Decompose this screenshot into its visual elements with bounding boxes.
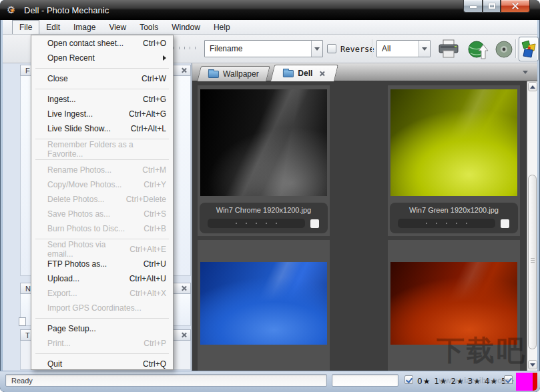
- chevron-down-icon[interactable]: [419, 41, 430, 57]
- reverse-label: Reverse: [340, 45, 374, 54]
- menu-file[interactable]: File: [12, 20, 39, 34]
- thumbnail-cell-chrome[interactable]: Win7 Chrome 1920x1200.jpg: [198, 85, 330, 236]
- menu-item-save-photos-as: Save Photos as...Ctrl+S: [31, 207, 173, 221]
- tab-label: Wallpaper: [223, 69, 259, 79]
- thumbnail-cell-blue[interactable]: [198, 240, 330, 371]
- grip-icon: [531, 258, 535, 259]
- tab-list-chevron-down-icon[interactable]: [523, 71, 528, 74]
- menu-bar: File Edit Image View Tools Window Help: [3, 20, 537, 35]
- menu-item-quit[interactable]: QuitCtrl+Q: [31, 357, 173, 371]
- vertical-scrollbar[interactable]: [527, 81, 537, 371]
- arrow-up-icon: [530, 85, 535, 89]
- menu-item-live-ingest[interactable]: Live Ingest...Ctrl+Alt+G: [31, 107, 173, 121]
- menu-separator: [35, 353, 169, 354]
- watermark: 下载吧: [437, 332, 527, 369]
- selection-checkbox[interactable]: [310, 219, 319, 228]
- scroll-down-button[interactable]: [528, 360, 537, 369]
- status-message-area: Ready: [5, 374, 327, 387]
- window-title: Dell - Photo Mechanic: [24, 5, 109, 15]
- print-button[interactable]: [435, 38, 462, 61]
- selection-checkbox[interactable]: [501, 219, 509, 228]
- menu-item-open-contact-sheet[interactable]: Open contact sheet...Ctrl+O: [31, 36, 173, 51]
- color-class-swatch[interactable]: [516, 373, 537, 391]
- minimize-icon: [470, 6, 477, 8]
- thumbnail-image[interactable]: [200, 89, 327, 196]
- menu-image[interactable]: Image: [67, 20, 102, 34]
- panel-label: F: [25, 67, 30, 75]
- menu-separator: [35, 239, 169, 239]
- watermark-url: www.xiazaiba.com: [439, 376, 509, 385]
- thumbnail-labelbar: Win7 Green 1920x1200.jpg: [390, 203, 518, 233]
- app-gear-icon: [7, 5, 18, 16]
- burn-disc-button[interactable]: [493, 39, 515, 59]
- menu-item-upload[interactable]: Upload...Ctrl+Alt+U: [31, 271, 173, 286]
- menu-item-close[interactable]: CloseCtrl+W: [31, 71, 173, 86]
- menu-item-send-photos-email: Send Photos via email...Ctrl+Alt+E: [31, 242, 173, 257]
- thumbnail-cell-green[interactable]: Win7 Green 1920x1200.jpg: [388, 85, 520, 236]
- map-icon: [521, 40, 537, 59]
- rating-bar[interactable]: [398, 219, 495, 228]
- upload-button[interactable]: [466, 38, 490, 61]
- gps-map-button[interactable]: [519, 37, 539, 61]
- maximize-button[interactable]: [483, 0, 501, 13]
- menu-item-ingest[interactable]: Ingest...Ctrl+G: [31, 92, 173, 107]
- rating-bar[interactable]: [208, 219, 305, 228]
- reverse-checkbox[interactable]: [327, 44, 336, 53]
- menu-help[interactable]: Help: [207, 20, 237, 34]
- folder-icon: [283, 70, 294, 77]
- rating-filter-value: All: [377, 41, 419, 57]
- app-window: Dell - Photo Mechanic File Edit Image Vi…: [0, 0, 540, 392]
- rating-filter-dropdown[interactable]: All: [376, 40, 431, 57]
- menu-item-open-recent[interactable]: Open Recent: [31, 51, 173, 65]
- minimize-button[interactable]: [463, 0, 483, 13]
- menu-tools[interactable]: Tools: [133, 20, 165, 34]
- tab-wallpaper[interactable]: Wallpaper: [197, 66, 270, 81]
- sort-field-value: Filename: [205, 41, 311, 57]
- sort-field-dropdown[interactable]: Filename: [204, 40, 323, 57]
- progress-area: [332, 374, 398, 387]
- size-slider-ticks[interactable]: [174, 47, 196, 49]
- menu-separator: [35, 139, 169, 139]
- menu-view[interactable]: View: [102, 20, 133, 34]
- thumbnail-labelbar: Win7 Chrome 1920x1200.jpg: [200, 203, 328, 233]
- contact-sheet: Win7 Chrome 1920x1200.jpg Win7 Green 192…: [192, 81, 537, 371]
- toolbar-separator: [515, 39, 516, 58]
- sidebar-checkbox[interactable]: [19, 317, 26, 326]
- arrow-down-icon: [530, 363, 535, 367]
- menu-separator: [35, 68, 169, 69]
- tab-dell[interactable]: Dell: [270, 65, 338, 81]
- tab-bar: Wallpaper Dell: [192, 63, 537, 81]
- thumbnail-image[interactable]: [200, 262, 327, 345]
- menu-separator: [35, 318, 169, 319]
- file-menu: Open contact sheet...Ctrl+O Open Recent …: [31, 35, 174, 370]
- close-icon[interactable]: [180, 67, 188, 74]
- folder-icon: [208, 71, 219, 78]
- tab-close-icon[interactable]: [318, 70, 325, 77]
- menu-edit[interactable]: Edit: [39, 20, 67, 34]
- menu-item-burn-photos: Burn Photos to Disc...Ctrl+B: [31, 221, 173, 236]
- menu-item-export: Export...Ctrl+Alt+X: [31, 286, 173, 301]
- disc-icon: [495, 40, 513, 59]
- thumbnail-image[interactable]: [390, 89, 517, 196]
- menu-window[interactable]: Window: [165, 20, 207, 34]
- printer-icon: [437, 39, 460, 59]
- menu-separator: [35, 159, 169, 160]
- close-icon[interactable]: [180, 331, 188, 339]
- scroll-up-button[interactable]: [528, 82, 537, 91]
- close-button[interactable]: [501, 0, 530, 13]
- globe-upload-icon: [467, 39, 489, 60]
- menu-item-page-setup[interactable]: Page Setup...: [31, 321, 173, 336]
- menu-item-live-slide-show[interactable]: Live Slide Show...Ctrl+Alt+L: [31, 121, 173, 136]
- menu-item-print: Print...Ctrl+P: [31, 336, 173, 351]
- close-icon: [511, 3, 519, 9]
- maximize-icon: [489, 3, 495, 9]
- rating-filter-left-checkbox[interactable]: [404, 375, 413, 384]
- status-bar: Ready 0★ 1★ 2★ 3★ 4★ 5★ www.xiazaiba.com: [0, 371, 540, 392]
- thumbnail-filename: Win7 Green 1920x1200.jpg: [390, 206, 518, 214]
- close-icon[interactable]: [180, 285, 188, 292]
- menu-item-ftp-photos-as[interactable]: FTP Photos as...Ctrl+U: [31, 257, 173, 271]
- panel-label: N: [25, 285, 31, 293]
- scrollbar-thumb[interactable]: [528, 175, 537, 349]
- chevron-down-icon[interactable]: [311, 41, 322, 57]
- menu-item-import-gps: Import GPS Coordinates...: [31, 301, 173, 315]
